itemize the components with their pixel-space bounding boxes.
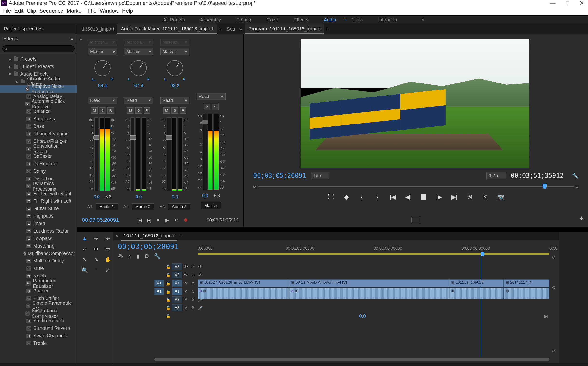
timeline-settings-icon[interactable]: ⚙ [144, 253, 149, 259]
workspace-overflow-icon[interactable]: » [422, 17, 425, 23]
step-forward-button[interactable]: |▶ [435, 193, 443, 200]
timeline-playhead[interactable] [481, 252, 484, 256]
workspace-editing[interactable]: Editing [236, 17, 251, 23]
effect-surround-reverb[interactable]: fxSurround Reverb [0, 325, 77, 332]
extract-button[interactable]: ⎗ [482, 193, 489, 200]
lock-icon[interactable]: 🔒 [165, 265, 171, 269]
track-select-tool[interactable]: ⤢ [102, 265, 113, 275]
effect-fill-right-with-left[interactable]: fxFill Right with Left [0, 197, 77, 205]
type-tool[interactable]: T [91, 265, 102, 275]
toggle-output-icon[interactable]: M [183, 288, 189, 295]
settings-icon[interactable]: 🔧 [572, 173, 578, 179]
mute-button[interactable]: M [127, 107, 134, 114]
workspace-color[interactable]: Color [267, 17, 278, 23]
gain-value[interactable]: 0.0 [136, 194, 142, 199]
timeline-panel-menu-icon[interactable]: ≡ [181, 233, 183, 239]
effect-dynamics-processing[interactable]: fxDynamics Processing [0, 183, 77, 190]
add-button-icon[interactable]: + [579, 214, 584, 222]
project-tab[interactable]: Project: speed test [0, 24, 48, 34]
volume-fader[interactable] [167, 117, 171, 191]
goto-in-button[interactable]: |◀ [389, 193, 396, 200]
channel-input-select[interactable]: Microph...▾ [124, 39, 153, 46]
effect-parametric-equalizer[interactable]: fxParametric Equalizer [0, 280, 77, 287]
menu-help[interactable]: Help [122, 8, 133, 14]
mark-in-button[interactable]: { [358, 193, 365, 200]
menu-sequence[interactable]: Sequence [39, 8, 63, 14]
step-back-button[interactable]: ◀| [404, 193, 412, 200]
channel-input-select[interactable]: Microph...▾ [160, 39, 189, 46]
source-patch-v1[interactable]: V1 [154, 280, 164, 287]
workspace-effects[interactable]: Effects [294, 17, 308, 23]
button-editor-icon[interactable] [411, 218, 420, 222]
mute-button[interactable]: M [91, 107, 98, 114]
record-arm-button[interactable]: R [143, 107, 150, 114]
toggle-output-icon[interactable]: 👁 [183, 280, 189, 287]
effect-multibandcompressor[interactable]: fxMultibandCompressor [0, 250, 77, 257]
channel-name[interactable]: Audio 3 [168, 203, 190, 210]
channel-name[interactable]: Audio 1 [96, 203, 118, 210]
effects-search-input[interactable] [2, 45, 75, 52]
linked-selection-icon[interactable]: ∩ [128, 253, 132, 259]
effect-mastering[interactable]: fxMastering [0, 242, 77, 250]
channel-name[interactable]: Master [201, 202, 221, 209]
twist-icon[interactable]: ▸ [8, 56, 12, 62]
automation-mode-select[interactable]: Read▾ [124, 97, 153, 104]
volume-fader[interactable] [94, 117, 98, 191]
lock-icon[interactable]: 🔒 [165, 273, 171, 277]
pan-value[interactable]: 67.4 [134, 83, 143, 88]
workspace-menu-icon[interactable]: ≡ [344, 17, 347, 23]
track-target-a1[interactable]: A1 [172, 288, 182, 295]
effect-single-band-compressor[interactable]: fxSingle-band Compressor [0, 310, 77, 317]
tab-source-truncated[interactable]: Sou [223, 24, 239, 34]
workspace-assembly[interactable]: Assembly [200, 17, 221, 23]
track-target-a3[interactable]: A3 [172, 305, 182, 311]
tab-overflow-icon[interactable]: » [240, 26, 242, 32]
folder-presets[interactable]: ▸Presets [0, 55, 77, 63]
video-clip[interactable]: ▣ 09-11 Menlo Atherton.mp4 [V] [289, 279, 449, 287]
program-scrub-bar[interactable] [253, 183, 578, 191]
workspace-libraries[interactable]: Libraries [378, 17, 397, 23]
effect-lowpass[interactable]: fxLowpass [0, 235, 77, 242]
effect-convolution-reverb[interactable]: fxConvolution Reverb [0, 145, 77, 152]
mark-out-button[interactable]: } [374, 193, 381, 200]
effect-guitar-suite[interactable]: fxGuitar Suite [0, 205, 77, 212]
ripple-edit-tool[interactable]: ⇥ [91, 234, 102, 244]
menu-title[interactable]: Title [87, 8, 97, 14]
marker-button[interactable]: ◆ [343, 193, 350, 200]
mute-button[interactable]: M [204, 104, 210, 110]
lock-icon[interactable]: 🔒 [165, 306, 171, 310]
lock-icon[interactable]: 🔒 [165, 289, 171, 294]
lock-icon[interactable]: 🔒 [165, 297, 171, 302]
menu-window[interactable]: Window [100, 8, 119, 14]
effect-mute[interactable]: fxMute [0, 265, 77, 272]
zoom-fit-select[interactable]: Fit ▾ [311, 172, 329, 179]
record-arm-button[interactable]: R [180, 107, 186, 114]
volume-fader[interactable] [130, 117, 135, 191]
twist-icon[interactable]: ▸ [8, 64, 12, 69]
channel-output-select[interactable]: Master▾ [124, 48, 153, 55]
volume-fader[interactable] [203, 114, 207, 190]
stop-button[interactable]: ■ [155, 217, 162, 223]
pan-value[interactable]: 92.2 [171, 83, 180, 88]
panel-menu-icon[interactable]: ≡ [219, 26, 221, 32]
track-target-v1[interactable]: V1 [172, 280, 182, 287]
audio-clip[interactable]: fx ▣ [289, 288, 449, 299]
tab-audio-track-mixer[interactable]: Audio Track Mixer: 101111_165018_import [117, 24, 216, 34]
export-frame-button[interactable]: 📷 [497, 193, 504, 200]
timeline-vscroll-bot[interactable] [552, 350, 555, 352]
scrub-out-marker[interactable] [576, 185, 578, 188]
track-target-v2[interactable]: V2 [172, 272, 182, 278]
channel-name[interactable]: Audio 2 [132, 203, 154, 210]
goto-out-button[interactable]: ▶| [146, 217, 152, 223]
timeline-horizontal-scrollbar[interactable] [154, 358, 550, 361]
solo-track-icon[interactable]: S [190, 296, 196, 303]
workspace-all-panels[interactable]: All Panels [163, 17, 185, 23]
lock-icon[interactable]: 🔒 [165, 281, 171, 286]
twist-icon[interactable]: ▾ [8, 71, 12, 77]
sync-lock-icon[interactable]: ⟳ [190, 272, 196, 278]
workspace-titles[interactable]: Titles [351, 17, 363, 23]
audio-clip[interactable]: fx ▣ [198, 288, 289, 299]
solo-track-icon[interactable]: S [190, 305, 196, 311]
automation-mode-select[interactable]: Read▾ [196, 93, 226, 100]
effect-highpass[interactable]: fxHighpass [0, 212, 77, 220]
